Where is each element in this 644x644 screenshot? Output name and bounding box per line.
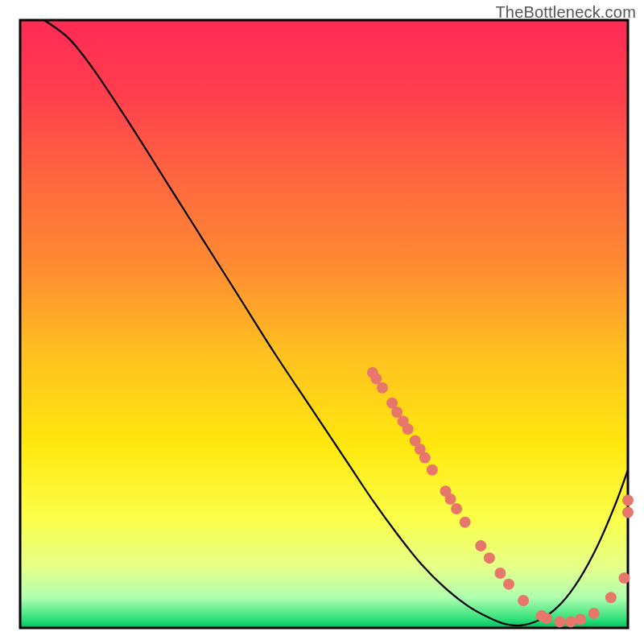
watermark-text: TheBottleneck.com: [495, 3, 636, 22]
plot-background: [20, 20, 628, 628]
bottleneck-chart: [0, 0, 644, 644]
marker-point: [451, 503, 462, 514]
marker-point: [518, 595, 529, 606]
marker-point: [402, 423, 414, 435]
marker-point: [419, 452, 431, 464]
marker-point: [377, 382, 388, 394]
chart-container: TheBottleneck.com: [0, 0, 644, 644]
marker-point: [484, 552, 495, 564]
marker-point: [475, 540, 486, 551]
marker-point: [565, 616, 576, 627]
marker-point: [541, 613, 552, 624]
marker-point: [618, 572, 630, 584]
marker-point: [427, 464, 438, 476]
marker-point: [554, 616, 565, 627]
marker-point: [622, 507, 634, 518]
marker-point: [445, 493, 456, 505]
marker-point: [575, 613, 586, 625]
marker-point: [622, 494, 634, 506]
marker-point: [503, 579, 514, 590]
marker-point: [588, 608, 600, 619]
marker-point: [494, 568, 506, 579]
marker-point: [605, 592, 617, 603]
marker-point: [460, 517, 471, 528]
